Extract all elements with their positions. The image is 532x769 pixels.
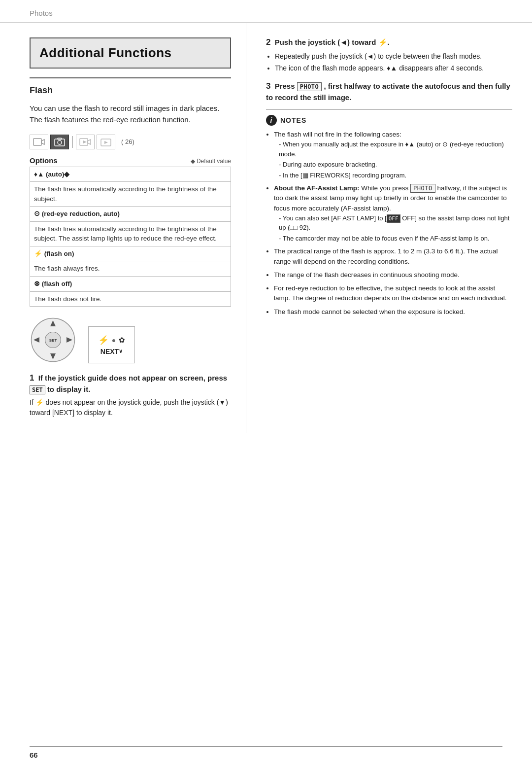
mode-icon-movie: [30, 135, 48, 149]
step1-heading: 1 If the joystick guide does not appear …: [30, 372, 231, 394]
set-button-kbd: SET: [30, 385, 45, 394]
flash-icon: ⚡: [98, 335, 109, 346]
step3-heading: 3 Press PHOTO , first halfway to activat…: [266, 80, 512, 103]
note-3: The practical range of the flash is appr…: [274, 246, 512, 267]
note-1: The flash will not fire in the following…: [274, 130, 512, 180]
page-footer: 66: [30, 746, 502, 759]
joystick-diagram: SET: [30, 316, 76, 363]
page-header: Photos: [0, 0, 532, 23]
page-ref: ( 26): [121, 138, 134, 145]
note-2-sub-2: The camcorder may not be able to focus e…: [279, 234, 512, 244]
next-label: NEXT∨: [100, 348, 123, 355]
note-4: The range of the flash decreases in cont…: [274, 270, 512, 280]
step2-bullet-2: The icon of the flash mode appears. ♦▲ d…: [275, 63, 512, 73]
note-2: About the AF-Assist Lamp: While you pres…: [274, 183, 512, 243]
note-1-sub-3: In the [▦ FIREWORKS] recording program.: [279, 171, 512, 180]
notes-section: i NOTES The flash will not fire in the f…: [266, 109, 512, 317]
option-desc-1: The flash fires automatically according …: [30, 221, 231, 246]
svg-marker-9: [104, 141, 108, 144]
notes-title: i NOTES: [266, 115, 512, 126]
mode-separator: [72, 136, 73, 148]
page-number: 66: [30, 751, 38, 759]
step1-heading-text: If the joystick guide does not appear on…: [30, 374, 227, 393]
note-2-sub-1: You can also set [AF AST LAMP] to [OFF O…: [279, 213, 512, 233]
option-desc-3: The flash does not fire.: [30, 291, 231, 307]
left-column: Additional Functions Flash You can use t…: [0, 23, 246, 433]
intro-text: You can use the flash to record still im…: [30, 103, 231, 126]
mode-icon-photo: [50, 135, 69, 149]
option-name-2: ⚡ (flash on): [30, 246, 231, 261]
step2-heading-text: Push the joystick (◄) toward ⚡.: [275, 38, 390, 46]
step3: 3 Press PHOTO , first halfway to activat…: [266, 80, 512, 103]
off-btn: OFF: [387, 214, 400, 223]
header-text: Photos: [30, 9, 53, 17]
svg-rect-0: [33, 139, 41, 145]
divider: [30, 77, 231, 78]
note-5: For red-eye reduction to be effective, t…: [274, 283, 512, 304]
step1-body: If ⚡ does not appear on the joystick gui…: [30, 397, 231, 418]
flash-heading: Flash: [30, 85, 231, 96]
note-2-subitems: You can also set [AF AST LAMP] to [OFF O…: [279, 213, 512, 244]
mode-icon-playback-photo: [97, 135, 115, 149]
svg-marker-7: [83, 140, 87, 143]
option-name-0: ♦▲ (auto)◆: [30, 167, 231, 182]
section-title: Additional Functions: [39, 45, 221, 61]
notes-list: The flash will not fire in the following…: [274, 130, 512, 317]
step1: 1 If the joystick guide does not appear …: [30, 372, 231, 418]
note-1-subitems: When you manually adjust the exposure in…: [279, 140, 512, 180]
info-icon: i: [266, 115, 277, 126]
step2-heading: 2 Push the joystick (◄) toward ⚡.: [266, 37, 512, 47]
svg-marker-6: [88, 140, 91, 144]
section-title-box: Additional Functions: [30, 37, 231, 69]
mode-icon-playback-movie: [76, 135, 95, 149]
option-desc-2: The flash always fires.: [30, 261, 231, 277]
scene-icon: ✿: [119, 336, 125, 345]
svg-rect-2: [55, 139, 65, 146]
step3-heading-text: Press PHOTO , first halfway to activate …: [266, 82, 510, 102]
option-name-1: ⊙ (red-eye reduction, auto): [30, 207, 231, 222]
svg-marker-1: [41, 140, 44, 144]
svg-point-3: [58, 140, 62, 144]
photo-button: PHOTO: [297, 82, 322, 91]
note-1-sub-2: During auto exposure bracketing.: [279, 160, 512, 170]
next-icons-row: ⚡ ● ✿: [98, 335, 125, 346]
options-label: Options: [30, 156, 58, 165]
default-note: ◆ Default value: [191, 158, 231, 165]
option-desc-0: The flash fires automatically according …: [30, 182, 231, 207]
option-name-3: ⊗ (flash off): [30, 277, 231, 292]
step1-num: 1: [30, 373, 34, 383]
svg-text:SET: SET: [49, 338, 57, 343]
mode-icons-row: ( 26): [30, 135, 231, 149]
notes-label: NOTES: [280, 116, 306, 124]
step2-bullet-1: Repeatedly push the joystick (◄) to cycl…: [275, 51, 512, 62]
photo-btn-inline: PHOTO: [410, 184, 435, 193]
note-2-bold: About the AF-Assist Lamp:: [274, 184, 360, 192]
joystick-section: SET ⚡ ● ✿ NEXT∨: [30, 316, 231, 363]
note-6: The flash mode cannot be selected when t…: [274, 307, 512, 317]
step3-num: 3: [266, 81, 270, 91]
options-table: ♦▲ (auto)◆The flash fires automatically …: [30, 167, 231, 307]
options-header-row: Options ◆ Default value: [30, 156, 231, 165]
dot-icon: ●: [112, 336, 116, 344]
right-column: 2 Push the joystick (◄) toward ⚡. Repeat…: [246, 23, 532, 433]
note-1-sub-1: When you manually adjust the exposure in…: [279, 140, 512, 159]
step2-bullets: Repeatedly push the joystick (◄) to cycl…: [275, 51, 512, 73]
next-box: ⚡ ● ✿ NEXT∨: [88, 326, 135, 363]
step2-num: 2: [266, 37, 270, 47]
step2: 2 Push the joystick (◄) toward ⚡. Repeat…: [266, 37, 512, 73]
